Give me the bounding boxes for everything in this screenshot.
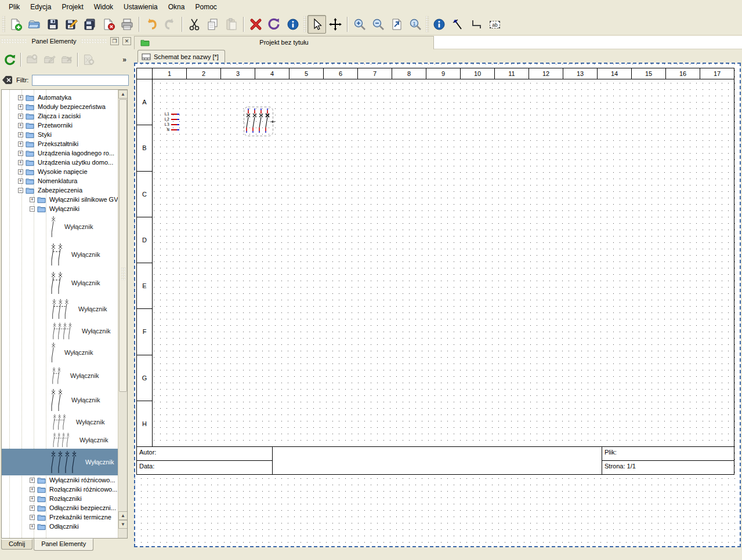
- tree-folder[interactable]: +Odłączniki: [2, 522, 118, 531]
- save-all-button[interactable]: [81, 15, 99, 34]
- print-button[interactable]: [118, 15, 136, 34]
- tree-element-item[interactable]: Wyłącznik: [2, 431, 118, 449]
- save-button[interactable]: [44, 15, 62, 34]
- schematic-tab[interactable]: Schemat bez nazwy [*]: [137, 50, 225, 63]
- tree-scrollbar[interactable]: ▲ ▲ ▼: [118, 90, 127, 538]
- tree-folder[interactable]: +Przekształtniki: [2, 139, 118, 148]
- tree-element-item[interactable]: Wyłącznik: [2, 364, 118, 387]
- tree-element-item[interactable]: Wyłącznik: [2, 213, 118, 240]
- paste-button[interactable]: [222, 15, 241, 34]
- expander-plus-icon[interactable]: +: [30, 524, 35, 529]
- tree-folder[interactable]: +Nomenklatura: [2, 176, 118, 186]
- tree-folder[interactable]: +Wysokie napięcie: [2, 167, 118, 176]
- dock-close-button[interactable]: ✕: [122, 37, 131, 45]
- expander-plus-icon[interactable]: +: [18, 95, 23, 100]
- tree-folder[interactable]: +Wyłączniki różnicowo...: [2, 475, 118, 485]
- tree-element-item[interactable]: Wyłącznik: [2, 240, 118, 269]
- tab-panel-elementy[interactable]: Panel Elementy: [34, 539, 93, 551]
- tree-element-item[interactable]: Wyłącznik: [2, 297, 118, 321]
- new-category-button[interactable]: [23, 51, 41, 68]
- tree-folder[interactable]: +Przetworniki: [2, 121, 118, 130]
- new-element-button[interactable]: [80, 51, 97, 68]
- tree-folder[interactable]: +Automatyka: [2, 93, 118, 102]
- save-as-button[interactable]: [62, 15, 81, 34]
- tree-folder[interactable]: +Moduły bezpieczeństwa: [2, 102, 118, 111]
- rotate-button[interactable]: [265, 15, 284, 34]
- add-text-field-button[interactable]: ab: [486, 15, 504, 34]
- scrollbar-up-button[interactable]: ▲: [118, 90, 128, 99]
- cut-button[interactable]: [185, 15, 204, 34]
- four-pole-breaker-element[interactable]: [243, 106, 277, 137]
- pointer-tool-button[interactable]: [307, 15, 326, 34]
- expander-plus-icon[interactable]: +: [18, 169, 23, 174]
- toolbar-grip[interactable]: [426, 16, 429, 32]
- tree-folder[interactable]: +Rozłączniki różnicowo...: [2, 485, 118, 494]
- expander-plus-icon[interactable]: +: [30, 506, 35, 511]
- menu-ustawienia[interactable]: Ustawienia: [118, 1, 163, 13]
- scrollbar-up-button[interactable]: ▲: [118, 511, 128, 520]
- new-document-button[interactable]: [6, 15, 25, 34]
- tree-folder[interactable]: +Urządzenia łagodnego ro...: [2, 148, 118, 158]
- expander-minus-icon[interactable]: −: [30, 206, 35, 212]
- tree-folder[interactable]: +Urządzenia użytku domo...: [2, 158, 118, 167]
- tree-folder[interactable]: +Styki: [2, 130, 118, 139]
- scrollbar-down-button[interactable]: ▼: [118, 520, 128, 529]
- expander-plus-icon[interactable]: +: [18, 179, 23, 184]
- phase-labels-element[interactable]: L1 L2 L3 N: [163, 111, 187, 132]
- element-info-button[interactable]: [284, 15, 302, 34]
- add-polyline-button[interactable]: [467, 15, 486, 34]
- menu-pomoc[interactable]: Pomoc: [190, 1, 222, 13]
- expander-plus-icon[interactable]: +: [30, 487, 35, 492]
- expander-plus-icon[interactable]: +: [30, 496, 35, 501]
- expander-minus-icon[interactable]: −: [18, 188, 23, 193]
- tree-element-item[interactable]: Wyłącznik: [2, 413, 118, 431]
- project-tab[interactable]: Projekt bez tytułu: [134, 36, 434, 49]
- expander-plus-icon[interactable]: +: [18, 141, 23, 147]
- tree-folder[interactable]: +Odłączniki bezpieczni...: [2, 503, 118, 512]
- expander-plus-icon[interactable]: +: [18, 151, 23, 156]
- redo-button[interactable]: [161, 15, 179, 34]
- menu-widok[interactable]: Widok: [89, 1, 118, 13]
- close-document-button[interactable]: [99, 15, 118, 34]
- open-project-button[interactable]: [25, 15, 44, 34]
- menu-edycja[interactable]: Edycja: [25, 1, 56, 13]
- zoom-out-button[interactable]: [369, 15, 388, 34]
- expander-plus-icon[interactable]: +: [18, 123, 23, 128]
- zoom-fit-page-button[interactable]: [388, 15, 406, 34]
- toolbar-grip[interactable]: [303, 16, 306, 32]
- tree-element-item[interactable]: Wyłącznik: [2, 341, 118, 364]
- toolbar-grip[interactable]: [2, 16, 5, 32]
- project-info-button[interactable]: [430, 15, 448, 34]
- undo-button[interactable]: [142, 15, 161, 34]
- menu-projekt[interactable]: Projekt: [56, 1, 88, 13]
- tree-element-item[interactable]: Wyłącznik: [2, 269, 118, 297]
- delete-category-button[interactable]: [58, 51, 75, 68]
- copy-button[interactable]: [204, 15, 222, 34]
- tab-cofnij[interactable]: Cofnij: [1, 539, 32, 550]
- tree-folder[interactable]: +Przekaźniki termiczne: [2, 512, 118, 522]
- tree-element-item[interactable]: Wyłącznik: [2, 387, 118, 413]
- dock-title-bar[interactable]: Panel Elementy ❐ ✕: [1, 36, 131, 46]
- clear-filter-icon[interactable]: [2, 75, 13, 85]
- menu-plik[interactable]: Plik: [3, 1, 25, 13]
- schematic-canvas[interactable]: 1 2 3 4 5 6 7 8 9 10 11 12 13 14 15 16 1…: [134, 63, 741, 547]
- expander-plus-icon[interactable]: +: [30, 197, 35, 202]
- tree-folder[interactable]: +Rozłączniki: [2, 494, 118, 503]
- zoom-original-button[interactable]: 1: [406, 15, 425, 34]
- tree-folder-zabezpieczenia[interactable]: −Zabezpieczenia: [2, 186, 118, 195]
- tree-element-item[interactable]: Wyłącznik: [2, 321, 118, 341]
- panel-toolbar-overflow-button[interactable]: »: [121, 56, 130, 64]
- expander-plus-icon[interactable]: +: [30, 515, 35, 520]
- delete-button[interactable]: [247, 15, 265, 34]
- tree-folder[interactable]: +Wyłączniki silnikowe GV: [2, 195, 118, 204]
- tree-folder-wylaczniki[interactable]: −Wyłączniki: [2, 204, 118, 213]
- dock-float-button[interactable]: ❐: [110, 37, 119, 45]
- expander-plus-icon[interactable]: +: [18, 132, 23, 137]
- filter-input[interactable]: [32, 75, 129, 86]
- scrollbar-thumb[interactable]: [119, 99, 127, 392]
- menu-okna[interactable]: Okna: [163, 1, 190, 13]
- expander-plus-icon[interactable]: +: [18, 160, 23, 165]
- edit-category-button[interactable]: [41, 51, 58, 68]
- add-conductor-button[interactable]: [448, 15, 467, 34]
- zoom-in-button[interactable]: [350, 15, 369, 34]
